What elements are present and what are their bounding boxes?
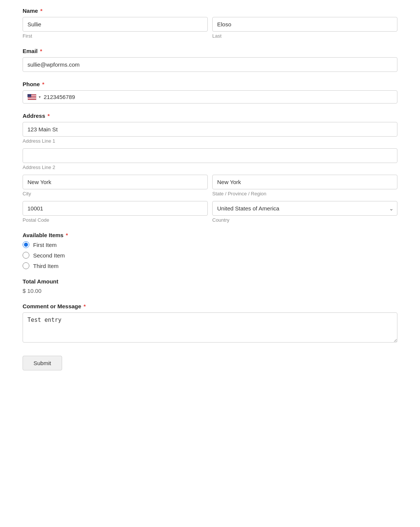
radio-second[interactable] [23, 252, 29, 259]
address-line2-input[interactable] [23, 148, 397, 163]
radio-third-label: Third Item [33, 263, 59, 269]
available-items-label: Available Items * [23, 232, 397, 238]
comment-input[interactable]: Test entry [23, 312, 397, 343]
total-amount-label: Total Amount [23, 278, 397, 285]
city-input[interactable] [23, 175, 208, 189]
name-section: Name * First Last [23, 8, 397, 39]
comment-label: Comment or Message * [23, 303, 397, 309]
phone-flag[interactable] [27, 94, 37, 100]
total-amount-value: $ 10.00 [23, 288, 397, 294]
postal-input[interactable] [23, 201, 208, 216]
first-name-input[interactable] [23, 17, 208, 32]
address-required-star: * [46, 113, 50, 119]
country-select-wrapper: United States of America Canada United K… [212, 201, 397, 216]
address-label: Address * [23, 113, 397, 119]
address-line2-group: Address Line 2 [23, 148, 397, 170]
address-section: Address * Address Line 1 Address Line 2 … [23, 113, 397, 223]
phone-label: Phone * [23, 81, 397, 87]
phone-required-star: * [41, 81, 44, 87]
email-label: Email * [23, 48, 397, 54]
email-section: Email * [23, 48, 397, 72]
name-required-star: * [39, 8, 43, 14]
available-items-required-star: * [64, 232, 68, 238]
city-state-row: City State / Province / Region [23, 175, 397, 196]
us-flag-icon [27, 94, 37, 100]
radio-item-second[interactable]: Second Item [23, 252, 397, 259]
address-line1-input[interactable] [23, 122, 397, 137]
comment-section: Comment or Message * Test entry [23, 303, 397, 344]
first-name-sublabel: First [23, 33, 208, 39]
submit-button[interactable]: Submit [23, 356, 62, 370]
country-col: United States of America Canada United K… [212, 201, 397, 223]
email-required-star: * [38, 48, 42, 54]
state-sublabel: State / Province / Region [212, 191, 397, 196]
flag-blue [27, 94, 31, 97]
last-name-input[interactable] [212, 17, 397, 32]
postal-sublabel: Postal Code [23, 217, 208, 223]
address-line1-sublabel: Address Line 1 [23, 138, 397, 144]
email-input[interactable] [23, 57, 397, 72]
name-label: Name * [23, 8, 397, 14]
total-amount-section: Total Amount $ 10.00 [23, 278, 397, 294]
address-line1-group: Address Line 1 [23, 122, 397, 144]
postal-col: Postal Code [23, 201, 208, 223]
country-select[interactable]: United States of America Canada United K… [212, 201, 397, 216]
postal-country-row: Postal Code United States of America Can… [23, 201, 397, 223]
address-line2-sublabel: Address Line 2 [23, 164, 397, 170]
radio-first[interactable] [23, 241, 29, 248]
first-name-col: First [23, 17, 208, 39]
last-name-col: Last [212, 17, 397, 39]
last-name-sublabel: Last [212, 33, 397, 39]
submit-section: Submit [23, 353, 397, 370]
radio-first-label: First Item [33, 242, 57, 248]
country-sublabel: Country [212, 217, 397, 223]
phone-wrapper: ▾ [23, 90, 397, 104]
phone-section: Phone * ▾ [23, 81, 397, 104]
state-col: State / Province / Region [212, 175, 397, 196]
name-row: First Last [23, 17, 397, 39]
available-items-section: Available Items * First Item Second Item… [23, 232, 397, 269]
radio-group: First Item Second Item Third Item [23, 241, 397, 269]
radio-item-first[interactable]: First Item [23, 241, 397, 248]
city-col: City [23, 175, 208, 196]
phone-input[interactable] [44, 94, 393, 100]
radio-second-label: Second Item [33, 252, 65, 259]
state-input[interactable] [212, 175, 397, 189]
radio-third[interactable] [23, 262, 29, 269]
comment-required-star: * [82, 303, 86, 309]
phone-dropdown-arrow[interactable]: ▾ [39, 95, 41, 99]
city-sublabel: City [23, 191, 208, 196]
radio-item-third[interactable]: Third Item [23, 262, 397, 269]
